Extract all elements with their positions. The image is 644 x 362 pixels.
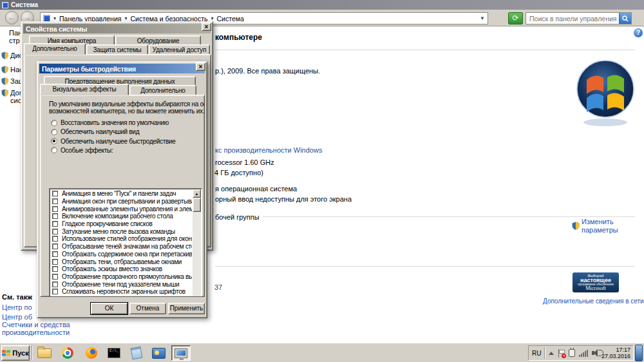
start-button[interactable]: Пуск	[1, 345, 30, 361]
checkbox-icon[interactable]	[52, 281, 58, 287]
tray-date: 27.03.2016	[601, 353, 630, 359]
checkbox-icon[interactable]	[52, 274, 58, 280]
effect-label: Гладкое прокручивание списков	[62, 220, 153, 227]
separator-line	[263, 216, 635, 217]
radio-icon[interactable]	[51, 138, 57, 144]
checkbox-icon[interactable]	[52, 229, 58, 234]
checkbox-icon[interactable]	[52, 221, 58, 227]
effect-item[interactable]: Отображение тени под указателем мыши	[51, 280, 192, 288]
checkbox-icon[interactable]	[52, 296, 58, 297]
vertical-scroll-thumb[interactable]	[193, 198, 201, 212]
chrome-icon[interactable]	[58, 345, 77, 361]
checkbox-icon[interactable]	[52, 289, 58, 294]
effect-item[interactable]: Включение композиции рабочего стола	[51, 213, 192, 220]
search-input[interactable]	[529, 15, 619, 23]
effect-item[interactable]: Скольжение при раскрытии списков	[51, 296, 192, 297]
radio-icon[interactable]	[51, 147, 57, 153]
effect-item[interactable]: Отображение прозрачного прямоугольника в…	[51, 273, 192, 281]
effect-item[interactable]: Затухание меню после вызова команды	[51, 227, 192, 235]
radio-option[interactable]: Особые эффекты:	[51, 147, 176, 154]
sidebar-link-performance-counters[interactable]: производительности	[2, 329, 70, 336]
effect-item[interactable]: Отображать тени, отбрасываемые окнами	[51, 258, 192, 265]
more-info-link[interactable]: Дополнительные сведения в сети...	[543, 298, 644, 305]
checkbox-icon[interactable]	[52, 213, 58, 219]
breadcrumb-arrow-icon[interactable]: ▾	[53, 15, 56, 21]
tab-visual-effects[interactable]: Визуальные эффекты	[40, 84, 129, 95]
system-window-taskbar-icon[interactable]	[171, 345, 191, 361]
ok-button[interactable]: ОК	[91, 303, 128, 314]
effect-item[interactable]: Использование стилей отображения для око…	[51, 235, 192, 243]
effect-label: Отображение тени под указателем мыши	[62, 281, 179, 288]
genuine-microsoft-badge[interactable]: Выбирай настоящее программное обеспечени…	[573, 272, 619, 292]
sidebar-item-device-manager[interactable]: Дис	[1, 52, 23, 59]
volume-icon[interactable]	[592, 349, 600, 357]
breadcrumb-arrow-icon[interactable]: ▾	[124, 15, 127, 21]
help-icon[interactable]: ?	[634, 28, 643, 37]
radio-option[interactable]: Обеспечить наилучшее быстродействие	[51, 138, 176, 145]
effects-listbox[interactable]: Анимация в меню "Пуск" и панели задачАни…	[49, 188, 202, 297]
effect-item[interactable]: Сглаживать неровности экранных шрифтов	[51, 288, 192, 296]
clock[interactable]: 17:17 27.03.2016	[601, 347, 630, 359]
change-settings-link[interactable]: Изменить параметры	[572, 218, 618, 234]
sidebar-link-update-center[interactable]: Центр об	[2, 313, 32, 321]
checkbox-icon[interactable]	[52, 243, 58, 249]
effect-item[interactable]: Отображать эскизы вместо значков	[51, 265, 192, 273]
notepad-icon[interactable]	[127, 345, 146, 361]
vertical-scrollbar[interactable]: ▲ ▼	[193, 189, 201, 297]
apply-button[interactable]: Применить	[168, 303, 205, 314]
effect-item[interactable]: Отбрасывание теней значками на рабочем с…	[51, 243, 192, 251]
close-icon[interactable]: ×	[196, 62, 205, 71]
search-box[interactable]	[526, 12, 632, 24]
tab-system-protection[interactable]: Защита системы	[86, 44, 148, 55]
sidebar-link-performance-counters[interactable]: Счетчики и средства	[2, 321, 70, 329]
firefox-icon[interactable]	[82, 345, 101, 361]
show-desktop-button[interactable]	[635, 345, 643, 361]
command-prompt-icon[interactable]: C:\_	[104, 345, 124, 361]
effect-item[interactable]: Анимированные элементы управления и элем…	[51, 205, 192, 213]
tab-remote-access[interactable]: Удаленный доступ	[149, 44, 210, 55]
refresh-icon[interactable]: ⟳	[508, 12, 523, 24]
chevron-up-icon[interactable]	[549, 352, 554, 355]
checkbox-icon[interactable]	[52, 198, 58, 204]
chevron-down-icon[interactable]: ▼	[480, 15, 485, 21]
search-icon[interactable]	[619, 13, 631, 24]
radio-option[interactable]: Обеспечить наилучший вид	[51, 128, 176, 135]
effect-item[interactable]: Гладкое прокручивание списков	[51, 220, 192, 228]
sidebar-item-advanced[interactable]: Доп	[1, 89, 23, 97]
display-settings-icon[interactable]	[149, 345, 168, 361]
effect-item[interactable]: Анимация в меню "Пуск" и панели задач	[51, 190, 192, 198]
explorer-icon[interactable]	[35, 345, 54, 361]
checkbox-icon[interactable]	[52, 266, 58, 272]
close-icon[interactable]: ×	[202, 23, 211, 31]
sidebar-home-fragment[interactable]: стр	[9, 37, 20, 44]
tab-advanced[interactable]: Дополнительно	[129, 85, 196, 95]
effect-item[interactable]: Отображать содержимое окна при перетаски…	[51, 251, 192, 258]
checkbox-icon[interactable]	[52, 259, 58, 265]
network-icon[interactable]	[579, 350, 588, 357]
shield-icon	[1, 77, 8, 85]
action-center-flag-icon[interactable]: ×	[558, 349, 565, 357]
sidebar-item-remote[interactable]: Нас	[1, 66, 23, 73]
checkbox-icon[interactable]	[52, 251, 58, 257]
power-icon[interactable]	[569, 349, 575, 357]
breadcrumb-item[interactable]: Система	[217, 15, 244, 23]
checkbox-icon[interactable]	[52, 236, 58, 242]
cancel-button[interactable]: Отмена	[129, 303, 166, 314]
sidebar-link-support-center[interactable]: Центр по	[2, 303, 32, 311]
radio-icon[interactable]	[51, 120, 57, 126]
performance-index-link-fragment[interactable]: кс производительности Windows	[215, 146, 322, 154]
tab-advanced[interactable]: Дополнительно	[24, 43, 86, 55]
radio-option[interactable]: Восстановить значения по умолчанию	[51, 119, 176, 126]
checkbox-icon[interactable]	[52, 206, 58, 212]
breadcrumb-arrow-icon[interactable]: ▾	[211, 15, 213, 21]
dialog-titlebar[interactable]: Свойства системы	[23, 24, 211, 33]
language-indicator[interactable]: RU	[532, 350, 541, 357]
scroll-up-icon[interactable]: ▲	[193, 189, 201, 198]
back-icon[interactable]: ←	[5, 11, 19, 24]
effect-item[interactable]: Анимация окон при свертывании и разверты…	[51, 198, 192, 205]
checkbox-icon[interactable]	[52, 191, 58, 196]
radio-icon[interactable]	[51, 129, 57, 135]
dialog-titlebar[interactable]: Параметры быстродействия	[39, 64, 205, 73]
sidebar-item-advanced-line2[interactable]: сис	[10, 97, 21, 104]
effect-label: Анимированные элементы управления и элем…	[62, 205, 192, 213]
